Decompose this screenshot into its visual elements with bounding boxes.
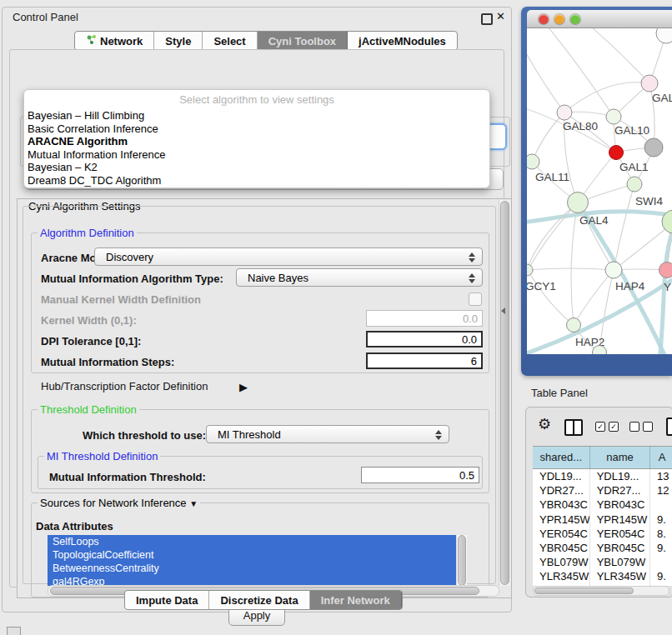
algorithm-option[interactable]: Basic Correlation Inference xyxy=(28,122,486,136)
bottom-tabs: Impute DataDiscretize DataInfer Network xyxy=(124,590,403,610)
page-icon[interactable] xyxy=(666,418,672,436)
tab-style[interactable]: Style xyxy=(154,32,203,50)
network-node[interactable] xyxy=(557,105,572,120)
column-header[interactable]: name xyxy=(590,447,651,468)
tab-select[interactable]: Select xyxy=(203,32,257,50)
tab-impute-data[interactable]: Impute Data xyxy=(125,591,209,609)
network-node[interactable] xyxy=(606,109,621,124)
zoom-traffic-light[interactable] xyxy=(570,14,580,24)
combo-arrows-icon xyxy=(468,252,475,263)
table-row[interactable]: YBR043CYBR043C xyxy=(533,498,672,512)
table-panel-title: Table Panel xyxy=(531,387,588,399)
mi-threshold-group-title: MI Threshold Definition xyxy=(44,450,160,462)
data-attributes-label: Data Attributes xyxy=(36,520,113,532)
network-node[interactable] xyxy=(627,177,642,192)
column-header[interactable]: shared... xyxy=(533,447,590,468)
tab-network[interactable]: Network xyxy=(75,32,154,50)
network-node[interactable] xyxy=(659,262,672,278)
aracne-mode-select[interactable]: Discovery xyxy=(94,248,483,266)
table-row[interactable]: YLR345WYLR345W9. xyxy=(533,569,672,583)
select-all-icon[interactable]: ✓ ✓ xyxy=(595,422,619,432)
network-canvas[interactable]: GALGAL80GAL10SWI4GAL11GAL4GCY1HAP4YHAP2G… xyxy=(527,28,672,354)
screen: Control Panel ✕ NetworkStyleSelectCyni T… xyxy=(0,0,672,635)
panel-divider-grip-icon[interactable] xyxy=(501,308,505,314)
aracne-mode-value: Discovery xyxy=(106,251,153,263)
float-window-icon[interactable] xyxy=(481,13,493,25)
network-node[interactable] xyxy=(567,318,581,332)
minimize-traffic-light[interactable] xyxy=(554,14,564,24)
network-node[interactable] xyxy=(656,28,672,43)
kernel-width-label: Kernel Width (0,1): xyxy=(41,314,137,327)
attributes-scrollbar[interactable] xyxy=(456,535,467,586)
threshold-definition-title: Threshold Definition xyxy=(38,403,139,416)
network-node-label: GAL11 xyxy=(535,171,569,183)
algorithm-option[interactable]: Mutual Information Inference xyxy=(28,148,486,162)
unchecked-checkbox-icon xyxy=(643,422,653,432)
algorithm-option[interactable]: Bayesian – K2 xyxy=(28,161,486,174)
table-row[interactable]: YER054CYER054C8. xyxy=(533,527,672,541)
table-row[interactable]: YBR045CYBR045C9. xyxy=(533,541,672,555)
algorithm-dropdown-popup: Select algorithm to view settings Bayesi… xyxy=(23,89,490,188)
tab-discretize-data[interactable]: Discretize Data xyxy=(209,591,309,609)
network-node[interactable] xyxy=(641,75,658,92)
attribute-item[interactable]: BetweennessCentrality xyxy=(48,562,456,575)
network-node-label: GCY1 xyxy=(527,280,556,292)
mi-threshold-label: Mutual Information Threshold: xyxy=(49,471,206,483)
tab-jactivemnodules[interactable]: jActiveMNodules xyxy=(348,32,457,50)
table-row[interactable]: YPR145WYPR145W9. xyxy=(533,512,672,527)
unchecked-checkbox-icon xyxy=(629,422,639,432)
control-panel-tabs: NetworkStyleSelectCyni ToolboxjActiveMNo… xyxy=(74,31,458,51)
tab-infer-network[interactable]: Infer Network xyxy=(310,591,402,609)
close-traffic-light[interactable] xyxy=(539,14,549,24)
close-icon[interactable]: ✕ xyxy=(496,10,505,22)
network-svg: GALGAL80GAL10SWI4GAL11GAL4GCY1HAP4YHAP2G… xyxy=(527,28,672,354)
dpi-tolerance-label: DPI Tolerance [0,1]: xyxy=(41,335,141,348)
table-header-row: shared...nameA xyxy=(533,446,672,469)
mi-type-label: Mutual Information Algorithm Type: xyxy=(41,272,223,285)
minimized-panel-chip[interactable] xyxy=(7,627,21,635)
algorithm-option[interactable]: Bayesian – Hill Climbing xyxy=(28,109,486,122)
tab-cyni-toolbox[interactable]: Cyni Toolbox xyxy=(258,32,348,50)
gear-icon[interactable]: ⚙ xyxy=(538,415,551,433)
network-node[interactable] xyxy=(568,192,589,213)
network-edge xyxy=(532,112,564,162)
sources-group-title: Sources for Network Inference ▼ xyxy=(38,497,200,509)
columns-icon[interactable] xyxy=(564,419,583,436)
network-edge xyxy=(528,270,574,325)
deselect-all-icon[interactable] xyxy=(629,422,653,432)
control-panel: Control Panel ✕ NetworkStyleSelectCyni T… xyxy=(2,7,512,612)
network-window-titlebar[interactable] xyxy=(527,10,672,28)
table-row[interactable]: YDR27...YDR27...12 xyxy=(533,483,672,498)
table-row[interactable]: YDL19...YDL19...13 xyxy=(533,469,672,483)
which-threshold-select[interactable]: MI Threshold xyxy=(206,425,449,443)
algorithm-option[interactable]: Dream8 DC_TDC Algorithm xyxy=(28,174,486,188)
network-node[interactable] xyxy=(527,154,539,169)
table-row[interactable]: YBL079WYBL079W xyxy=(533,555,672,569)
dpi-tolerance-input[interactable] xyxy=(366,331,483,348)
column-header[interactable]: A xyxy=(650,447,672,468)
network-node-label: GAL10 xyxy=(614,124,649,137)
network-node[interactable] xyxy=(605,262,622,278)
settings-vertical-scrollbar[interactable] xyxy=(499,200,510,586)
manual-kernel-checkbox[interactable] xyxy=(469,292,482,306)
network-node[interactable] xyxy=(609,146,624,160)
cyni-toolbox-panel: Select algorithm to view settings Bayesi… xyxy=(9,49,504,588)
expander-collapsed-icon[interactable]: ▶ xyxy=(239,381,248,393)
mi-type-select[interactable]: Naive Bayes xyxy=(236,268,483,287)
mi-steps-input[interactable] xyxy=(366,352,483,369)
table-horizontal-scrollbar[interactable] xyxy=(533,586,669,596)
network-node[interactable] xyxy=(527,264,533,276)
expander-expanded-icon[interactable]: ▼ xyxy=(189,499,198,508)
which-threshold-label: Which threshold to use: xyxy=(83,429,206,442)
mi-threshold-input[interactable] xyxy=(361,467,479,483)
network-node[interactable] xyxy=(644,138,663,157)
algorithm-option[interactable]: ARACNE Algorithm xyxy=(28,135,486,148)
settings-scrollpane: Cyni Algorithm Settings Algorithm Defini… xyxy=(17,198,512,598)
attribute-item[interactable]: TopologicalCoefficient xyxy=(48,548,456,562)
attribute-item[interactable]: SelfLoops xyxy=(48,535,456,548)
network-node-label: GAL4 xyxy=(579,214,609,227)
which-threshold-value: MI Threshold xyxy=(218,428,281,441)
network-edge xyxy=(527,52,564,112)
hub-definition-label: Hub/Transcription Factor Definition xyxy=(41,380,208,392)
kernel-width-input[interactable] xyxy=(366,310,483,327)
